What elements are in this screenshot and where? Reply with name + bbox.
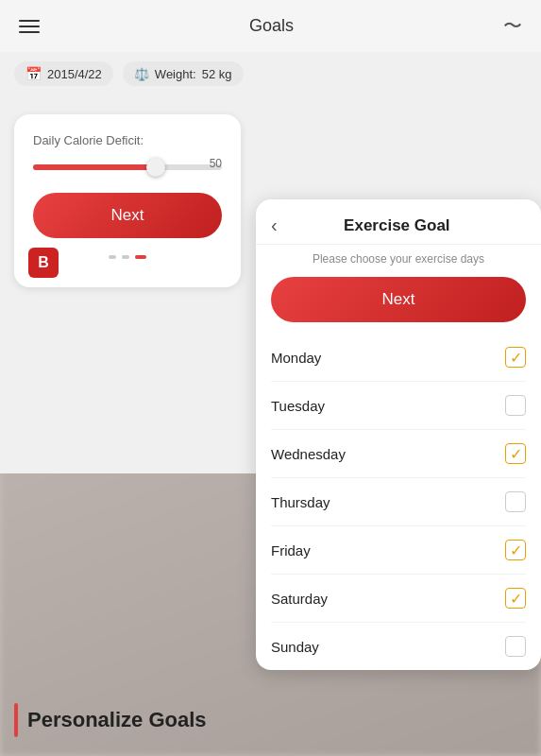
pagination	[33, 255, 222, 259]
slider-track	[33, 164, 222, 170]
day-checkbox[interactable]	[505, 395, 526, 416]
bottom-section: Personalize Goals	[14, 703, 207, 737]
day-checkbox[interactable]	[505, 636, 526, 657]
slider-thumb[interactable]	[146, 158, 165, 177]
back-card: Daily Calorie Deficit: 50 Next B	[14, 114, 241, 287]
personalize-label: Personalize Goals	[27, 708, 207, 732]
info-row: 📅 2015/4/22 ⚖️ Weight: 52 kg	[0, 52, 541, 95]
days-list: Monday✓TuesdayWednesday✓ThursdayFriday✓S…	[256, 334, 541, 670]
main-content: Daily Calorie Deficit: 50 Next B ‹	[0, 95, 541, 473]
date-value: 2015/4/22	[47, 67, 102, 81]
weight-icon: ⚖️	[134, 67, 149, 81]
day-name: Saturday	[271, 591, 328, 607]
back-card-next-button[interactable]: Next	[33, 193, 222, 238]
weight-label: Weight:	[155, 67, 196, 81]
day-row[interactable]: Friday✓	[271, 526, 526, 575]
pagination-dot-1	[109, 255, 116, 259]
exercise-goal-header: ‹ Exercise Goal	[256, 199, 541, 245]
day-checkbox[interactable]: ✓	[505, 347, 526, 368]
exercise-goal-subtitle: Please choose your exercise days	[256, 245, 541, 269]
settings-icon[interactable]: 〜	[503, 13, 522, 39]
page-title: Goals	[249, 16, 294, 36]
pagination-dot-3	[135, 255, 146, 259]
app-icon: B	[28, 248, 59, 278]
day-row[interactable]: Saturday✓	[271, 575, 526, 623]
day-row[interactable]: Monday✓	[271, 334, 526, 382]
weight-badge[interactable]: ⚖️ Weight: 52 kg	[123, 61, 244, 86]
day-row[interactable]: Thursday	[271, 478, 526, 526]
slider-fill	[33, 164, 156, 170]
app-container: Goals 〜 📅 2015/4/22 ⚖️ Weight: 52 kg Dai…	[0, 0, 541, 756]
menu-icon[interactable]	[19, 20, 40, 33]
day-row[interactable]: Tuesday	[271, 382, 526, 430]
day-name: Monday	[271, 350, 321, 366]
calendar-icon: 📅	[25, 66, 42, 81]
calorie-label: Daily Calorie Deficit:	[33, 133, 222, 147]
day-name: Wednesday	[271, 446, 346, 462]
exercise-goal-title: Exercise Goal	[287, 216, 507, 235]
exercise-goal-next-button[interactable]: Next	[271, 277, 526, 322]
exercise-goal-card: ‹ Exercise Goal Please choose your exerc…	[256, 199, 541, 670]
slider-container: 50	[33, 164, 222, 170]
day-checkbox[interactable]	[505, 491, 526, 512]
day-name: Thursday	[271, 494, 330, 510]
red-accent-bar	[14, 703, 18, 737]
day-checkbox[interactable]: ✓	[505, 540, 526, 560]
day-name: Sunday	[271, 639, 319, 655]
slider-value: 50	[210, 157, 222, 170]
day-name: Friday	[271, 542, 311, 558]
back-arrow[interactable]: ‹	[271, 215, 278, 236]
day-checkbox[interactable]: ✓	[505, 588, 526, 609]
day-row[interactable]: Sunday	[271, 623, 526, 670]
date-badge[interactable]: 📅 2015/4/22	[14, 61, 113, 86]
day-checkbox[interactable]: ✓	[505, 443, 526, 464]
pagination-dot-2	[122, 255, 129, 259]
day-name: Tuesday	[271, 398, 325, 414]
weight-value: 52 kg	[202, 67, 232, 81]
header: Goals 〜	[0, 0, 541, 52]
day-row[interactable]: Wednesday✓	[271, 430, 526, 478]
